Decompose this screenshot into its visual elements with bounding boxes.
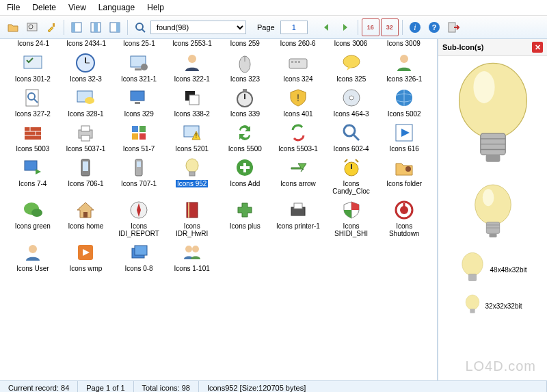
svg-rect-107 (468, 274, 476, 281)
icon-item[interactable]: Icons SHIDI_SHI (325, 198, 377, 239)
lightbulb-medium-icon (469, 183, 517, 245)
users-group-icon (181, 241, 203, 263)
icon-item[interactable]: Icons arrow (272, 155, 324, 196)
icon-item[interactable]: Icons plus (219, 198, 271, 239)
icon-item[interactable]: Icons 32-3 (60, 51, 112, 84)
icon-item[interactable]: Icons 952 (166, 155, 218, 196)
icon-item[interactable]: Icons home (60, 198, 112, 239)
menu-delete[interactable]: Delete (32, 3, 56, 12)
icon-item[interactable]: Icons printer-1 (272, 198, 324, 239)
svg-rect-29 (298, 61, 300, 63)
printer-icon (75, 122, 96, 144)
status-detail: Icons952 [Size:120705 bytes] (199, 381, 547, 392)
close-icon[interactable]: ✕ (532, 42, 543, 53)
icon-label: Icons 322-1 (174, 75, 210, 83)
icon-item[interactable]: Icons 5002 (378, 86, 430, 119)
icon-item[interactable]: Icons 5503-1 (272, 120, 324, 154)
svg-rect-27 (291, 61, 293, 63)
menu-view[interactable]: View (68, 3, 86, 12)
printer2-icon (287, 199, 309, 221)
svg-rect-67 (83, 161, 88, 171)
icon-item[interactable]: Icons 706-1 (60, 155, 112, 196)
icon-item[interactable]: Icons 5003 (7, 120, 59, 154)
icon-item[interactable]: Icons 327-2 (7, 86, 59, 119)
size-16-button[interactable]: 16 (362, 18, 379, 36)
help-button[interactable]: ? (425, 18, 443, 36)
icon-item[interactable]: Icons 324 (272, 51, 324, 84)
icon-item[interactable]: Icons User (7, 240, 59, 274)
icon-item[interactable]: Icons 0-8 (113, 240, 165, 274)
svg-point-94 (473, 71, 494, 103)
lightbulb-48-icon (459, 252, 486, 287)
icon-label: Icons 338-2 (174, 110, 210, 118)
icon-item[interactable]: Icons 602-4 (325, 120, 377, 154)
brush-button[interactable] (42, 18, 60, 36)
icon-item[interactable]: Icons 329 (113, 86, 165, 119)
page-input[interactable] (280, 21, 308, 34)
menu-language[interactable]: Language (98, 3, 135, 12)
icon-item[interactable]: Icons 1-101 (166, 240, 218, 274)
icon-item[interactable]: Icons 5500 (219, 120, 271, 154)
zoom-button[interactable] (131, 18, 149, 36)
icon-label: Icons 0-8 (124, 265, 152, 272)
folder-user-icon (393, 157, 415, 179)
icon-label: Icons 602-4 (333, 145, 369, 153)
icon-item[interactable]: Icons Shutdown (378, 198, 430, 239)
keyboard-icon (287, 52, 309, 74)
status-record: Current record: 84 (0, 381, 78, 392)
icon-item[interactable]: Icons folder (378, 155, 430, 196)
icon-item[interactable]: Icons 5037-1 (60, 120, 112, 154)
icon-item[interactable]: Icons 616 (378, 120, 430, 154)
open-folder-button[interactable] (4, 18, 22, 36)
icon-label: Icons 401 (283, 110, 312, 118)
icon-item[interactable]: Icons green (7, 198, 59, 239)
svg-point-46 (349, 96, 353, 100)
icon-item[interactable]: Icons 51-7 (113, 120, 165, 154)
icon-item[interactable]: Icons 326-1 (378, 51, 430, 84)
icon-item[interactable]: Icons 707-1 (113, 155, 165, 196)
icon-item[interactable]: !Icons 5201 (166, 120, 218, 154)
icon-item[interactable]: Icons 321-1 (113, 51, 165, 84)
icon-item[interactable]: Icons IDR_HwRI (166, 198, 218, 239)
icon-item[interactable]: Icons 323 (219, 51, 271, 84)
info-button[interactable]: i (406, 18, 424, 36)
icon-item[interactable]: Icons Candy_Cloc (325, 155, 377, 196)
menu-help[interactable]: Help (147, 3, 164, 12)
icon-item[interactable]: Icons 338-2 (166, 86, 218, 119)
header-cell: Icons 2434-1 (59, 40, 112, 48)
svg-rect-99 (485, 155, 500, 161)
sub-icon-caption: 32x32x32bit (485, 302, 522, 310)
size-32-button[interactable]: 32 (381, 18, 399, 36)
menu-file[interactable]: File (7, 3, 20, 12)
layout-left-button[interactable] (68, 18, 85, 36)
icon-item[interactable]: Icons 339 (219, 86, 271, 119)
svg-rect-42 (243, 89, 247, 92)
toolbar-separator (64, 20, 64, 35)
icon-item[interactable]: Icons 7-4 (7, 155, 59, 196)
icon-item[interactable]: !Icons 401 (272, 86, 324, 119)
icon-label: Icons 707-1 (121, 180, 157, 187)
icon-label: Icons 7-4 (18, 180, 46, 187)
exit-button[interactable] (444, 18, 462, 36)
svg-point-106 (462, 252, 482, 276)
icon-item[interactable]: Icons IDI_REPORT (113, 198, 165, 239)
layout-mid-button[interactable] (87, 18, 105, 36)
icon-item[interactable]: Icons 464-3 (325, 86, 377, 119)
icon-item[interactable]: Icons 328-1 (60, 86, 112, 119)
icon-item[interactable]: Icons 322-1 (166, 51, 218, 84)
svg-rect-58 (132, 133, 138, 140)
icon-item[interactable]: Icons Add (219, 155, 271, 196)
header-cell: Icons 3006 (324, 40, 377, 48)
layout-right-button[interactable] (106, 18, 124, 36)
icon-label: Icons 32-3 (70, 75, 102, 83)
filter-dropdown[interactable]: found(98) (150, 21, 246, 34)
icon-item[interactable]: Icons 301-2 (7, 51, 59, 84)
statusbar: Current record: 84 Page 1 of 1 Total ico… (0, 380, 547, 392)
preview-button[interactable] (23, 18, 41, 36)
next-button[interactable] (336, 18, 354, 36)
icon-label: Icons 706-1 (68, 180, 103, 187)
prev-button[interactable] (317, 18, 335, 36)
content-area: Icons 24-1 Icons 2434-1 Icons 25-1 Icons… (0, 39, 547, 380)
icon-item[interactable]: Icons wmp (60, 240, 112, 274)
icon-item[interactable]: Icons 325 (325, 51, 377, 84)
